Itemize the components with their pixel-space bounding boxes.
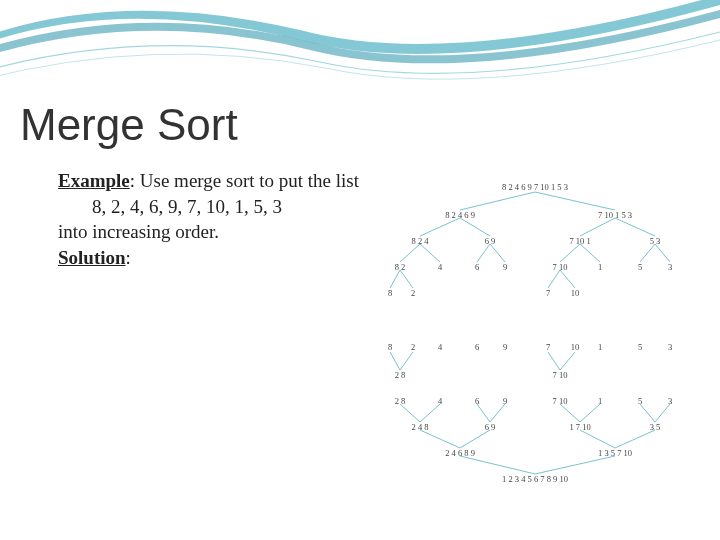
svg-line-6 <box>400 244 420 262</box>
svg-line-10 <box>560 244 580 262</box>
tree-node: 7 <box>546 288 550 298</box>
tree-node: 9 <box>503 396 507 406</box>
svg-line-15 <box>400 270 413 288</box>
svg-line-23 <box>420 404 440 422</box>
svg-line-19 <box>400 352 413 370</box>
svg-line-21 <box>560 352 575 370</box>
list-line: 8, 2, 4, 6, 9, 7, 10, 1, 5, 3 <box>92 194 359 220</box>
solution-label: Solution <box>58 247 126 268</box>
svg-line-4 <box>580 218 615 236</box>
svg-line-30 <box>420 430 460 448</box>
svg-line-14 <box>390 270 400 288</box>
tree-node: 8 2 4 6 9 7 10 1 5 3 <box>502 182 568 192</box>
tree-node: 6 <box>475 342 479 352</box>
tree-node: 4 <box>438 342 442 352</box>
svg-line-13 <box>655 244 670 262</box>
tree-node: 3 5 <box>650 422 661 432</box>
svg-line-1 <box>535 192 615 210</box>
tree-node: 10 <box>571 342 580 352</box>
tree-node: 6 <box>475 262 479 272</box>
svg-line-35 <box>535 456 615 474</box>
tree-node: 8 <box>388 288 392 298</box>
svg-line-22 <box>400 404 420 422</box>
tree-node: 7 10 <box>553 396 568 406</box>
tree-node: 3 <box>668 262 672 272</box>
svg-line-12 <box>640 244 655 262</box>
tree-node: 1 3 5 7 10 <box>598 448 632 458</box>
svg-line-17 <box>560 270 575 288</box>
tree-node: 10 <box>571 288 580 298</box>
tree-node: 1 <box>598 396 602 406</box>
tree-node: 2 <box>411 288 415 298</box>
tree-node: 4 <box>438 262 442 272</box>
tree-node: 3 <box>668 396 672 406</box>
svg-line-5 <box>615 218 655 236</box>
example-label: Example <box>58 170 130 191</box>
svg-line-31 <box>460 430 490 448</box>
svg-line-24 <box>477 404 490 422</box>
tree-node: 1 7 10 <box>569 422 590 432</box>
svg-line-33 <box>615 430 655 448</box>
tree-node: 4 <box>438 396 442 406</box>
tree-node: 7 10 1 5 3 <box>598 210 632 220</box>
svg-line-18 <box>390 352 400 370</box>
tree-node: 1 <box>598 342 602 352</box>
svg-line-25 <box>490 404 505 422</box>
solution-colon: : <box>126 247 131 268</box>
tree-node: 5 3 <box>650 236 661 246</box>
tree-node: 2 <box>411 342 415 352</box>
tree-node: 2 8 <box>395 370 406 380</box>
tree-node: 3 <box>668 342 672 352</box>
tree-node: 2 4 6 8 9 <box>445 448 475 458</box>
tree-node: 7 10 1 <box>569 236 590 246</box>
merge-sort-diagram: 8 2 4 6 9 7 10 1 5 3 8 2 4 6 9 7 10 1 5 … <box>365 182 705 532</box>
tree-node: 9 <box>503 262 507 272</box>
svg-line-29 <box>655 404 670 422</box>
tree-node: 7 10 <box>553 370 568 380</box>
example-text: Use merge sort to put the list <box>135 170 359 191</box>
body-text: Example: Use merge sort to put the list … <box>58 168 359 271</box>
svg-line-26 <box>560 404 580 422</box>
tree-node: 8 2 <box>395 262 406 272</box>
tree-node: 6 9 <box>485 422 496 432</box>
svg-line-20 <box>548 352 560 370</box>
tree-node: 8 2 4 <box>412 236 429 246</box>
tree-node: 7 10 <box>553 262 568 272</box>
tree-node: 2 8 <box>395 396 406 406</box>
svg-line-7 <box>420 244 440 262</box>
tree-node: 7 <box>546 342 550 352</box>
order-line: into increasing order. <box>58 219 359 245</box>
svg-line-8 <box>477 244 490 262</box>
svg-line-11 <box>580 244 600 262</box>
svg-line-16 <box>548 270 560 288</box>
tree-node: 9 <box>503 342 507 352</box>
tree-node: 6 <box>475 396 479 406</box>
svg-line-3 <box>460 218 490 236</box>
svg-line-32 <box>580 430 615 448</box>
tree-node: 5 <box>638 262 642 272</box>
svg-line-0 <box>460 192 535 210</box>
svg-line-9 <box>490 244 505 262</box>
tree-node: 8 <box>388 342 392 352</box>
svg-line-28 <box>640 404 655 422</box>
tree-node: 1 2 3 4 5 6 7 8 9 10 <box>502 474 568 484</box>
svg-line-2 <box>420 218 460 236</box>
tree-node: 8 2 4 6 9 <box>445 210 475 220</box>
svg-line-27 <box>580 404 600 422</box>
tree-node: 5 <box>638 396 642 406</box>
slide-title: Merge Sort <box>20 100 238 150</box>
svg-line-34 <box>460 456 535 474</box>
wave-decoration <box>0 0 720 100</box>
tree-node: 2 4 8 <box>412 422 429 432</box>
tree-node: 5 <box>638 342 642 352</box>
tree-node: 6 9 <box>485 236 496 246</box>
tree-node: 1 <box>598 262 602 272</box>
